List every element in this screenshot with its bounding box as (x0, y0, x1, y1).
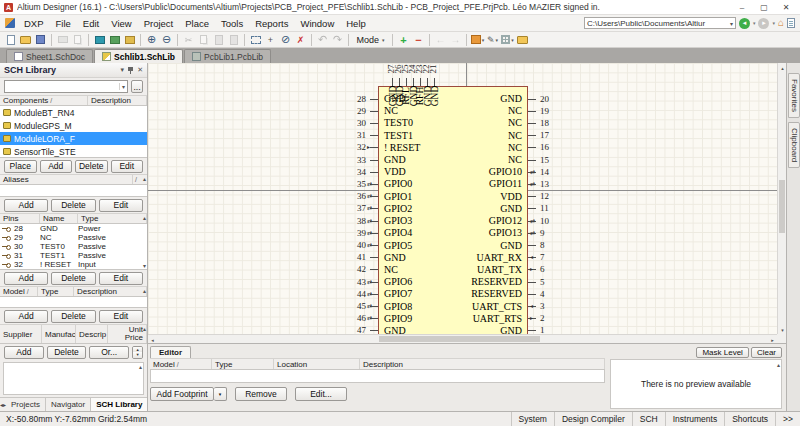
status-button-shortcuts[interactable]: Shortcuts (724, 412, 775, 426)
supplier-header[interactable]: Supplier Manufactu Descrip/ Unit Price ▴ (0, 324, 147, 344)
pin-number[interactable]: 31 (338, 130, 366, 140)
remove-mode-icon[interactable]: − (412, 33, 426, 46)
maximize-button[interactable]: ▢ (754, 3, 774, 12)
pin-stub[interactable] (528, 99, 536, 100)
panel-tab-projects[interactable]: Projects (6, 398, 46, 411)
clear-filter-icon[interactable]: ✗ (294, 33, 308, 46)
pin-stub[interactable] (370, 257, 378, 258)
pin-number[interactable]: 37 (338, 203, 366, 213)
pin-edit-button[interactable]: Edit (99, 272, 143, 285)
pin-stub[interactable] (370, 135, 378, 136)
pin-name[interactable]: VDD (408, 191, 522, 202)
component-place-button[interactable]: Place (4, 160, 37, 173)
pin-number[interactable]: 6 (540, 264, 545, 274)
scroll-up-icon[interactable]: ▴ (143, 214, 146, 221)
order-quantity-stepper[interactable]: ▴▾ (132, 346, 143, 359)
model-list[interactable] (0, 297, 147, 308)
pin-name[interactable]: GND (430, 86, 440, 107)
document-tab-pcblib1.pcblib[interactable]: PcbLib1.PcbLib (184, 49, 271, 63)
close-button[interactable]: ✕ (776, 3, 796, 12)
footprint-table-header[interactable]: Model/ Type Location Description (150, 358, 605, 370)
pin-name[interactable]: GND (408, 203, 522, 214)
pin-number[interactable]: 20 (540, 94, 549, 104)
library-search-combo[interactable]: ▾ (4, 80, 128, 93)
pin-number[interactable]: 41 (338, 252, 366, 262)
chevron-down-icon[interactable]: ▾ (730, 20, 733, 27)
aliases-header[interactable]: Aliases / ▴ (0, 174, 147, 185)
chevron-down-icon[interactable]: ▾ (119, 83, 127, 90)
supplier-add-button[interactable]: Add (4, 346, 44, 359)
status-button-instruments[interactable]: Instruments (665, 412, 724, 426)
alias-add-button[interactable]: Add (4, 199, 48, 212)
pin-name[interactable]: NC (408, 130, 522, 141)
menu-item-help[interactable]: Help (340, 16, 372, 31)
grid-icon[interactable]: ▾ (501, 33, 515, 46)
menu-item-edit[interactable]: Edit (77, 16, 105, 31)
menu-item-reports[interactable]: Reports (249, 16, 294, 31)
menu-item-view[interactable]: View (105, 16, 137, 31)
pin-number[interactable]: 19 (540, 106, 549, 116)
pin-stub[interactable] (528, 294, 536, 295)
zoom-out-icon[interactable]: ⊖ (160, 33, 174, 46)
chevron-down-icon[interactable]: ▾ (753, 20, 756, 26)
pin-stub[interactable] (406, 78, 407, 86)
browse-button[interactable]: ... (131, 80, 143, 93)
pin-number[interactable]: 30 (338, 118, 366, 128)
deselect-icon[interactable]: ⊘ (279, 33, 293, 46)
schematic-canvas[interactable]: 28GND29NC30TEST031TEST132! RESET▸33GND34… (148, 63, 786, 343)
pin-stub[interactable] (528, 208, 536, 209)
scroll-up-icon[interactable]: ▴ (143, 175, 146, 182)
component-list-item[interactable]: ModuleGPS_M (0, 119, 147, 132)
pin-name[interactable]: NC (384, 105, 398, 116)
status-button-sch[interactable]: SCH (632, 412, 665, 426)
chevron-down-icon[interactable]: ▾ (214, 387, 227, 401)
pins-header[interactable]: Pins Name Type ▴ (0, 213, 147, 224)
status-button-system[interactable]: System (511, 412, 554, 426)
pin-stub[interactable] (528, 196, 536, 197)
aliases-list[interactable] (0, 185, 147, 197)
menu-item-project[interactable]: Project (138, 16, 180, 31)
pin-name[interactable]: NC (384, 264, 398, 275)
pin-table-row[interactable]: 32! RESETInput (0, 260, 147, 269)
pin-name[interactable]: VDD (384, 166, 406, 177)
annotate-icon[interactable]: ✎▾ (486, 33, 500, 46)
model-delete-button[interactable]: Delete (51, 310, 95, 323)
pin-number[interactable]: 2 (540, 313, 545, 323)
pin-number[interactable]: 29 (338, 106, 366, 116)
pin-stub[interactable] (528, 330, 536, 331)
scroll-up-icon[interactable]: ▴ (777, 361, 780, 368)
pin-stub[interactable] (370, 172, 378, 173)
pin-name[interactable]: NC (408, 142, 522, 153)
pin-stub[interactable] (370, 111, 378, 112)
side-tab-favorites[interactable]: Favorites (788, 73, 800, 118)
editor-tab[interactable]: Editor (150, 346, 191, 358)
menu-item-file[interactable]: File (50, 16, 77, 31)
supplier-list[interactable]: ▴ (3, 362, 144, 395)
pin-delete-button[interactable]: Delete (51, 272, 95, 285)
supplier-delete-button[interactable]: Delete (47, 346, 87, 359)
component-list-item[interactable]: ModuleBT_RN4 (0, 106, 147, 119)
pin-number[interactable]: 45 (338, 301, 366, 311)
model-add-button[interactable]: Add (4, 310, 48, 323)
pin-number[interactable]: 12 (540, 191, 549, 201)
scroll-down-icon[interactable]: ▾ (143, 262, 146, 269)
add-footprint-button[interactable]: Add Footprint (150, 387, 214, 401)
pin-add-button[interactable]: Add (4, 272, 48, 285)
pin-number[interactable]: 36 (338, 191, 366, 201)
scroll-up-icon[interactable]: ▴ (139, 363, 142, 370)
pin-table-row[interactable]: 28GNDPower (0, 224, 147, 233)
pin-name[interactable]: UART_CTS (408, 301, 522, 312)
save-icon[interactable] (34, 33, 48, 46)
pin-number[interactable]: 13 (540, 179, 549, 189)
scroll-up-icon[interactable]: ▴ (143, 325, 146, 332)
pin-name[interactable]: UART_RTS (408, 313, 522, 324)
status-button-designcompiler[interactable]: Design Compiler (554, 412, 632, 426)
zoom-in-icon[interactable]: ⊕ (145, 33, 159, 46)
pin-number[interactable]: 7 (540, 252, 545, 262)
nav-back-icon[interactable]: ◂ (739, 18, 750, 29)
pin-stub[interactable] (370, 147, 378, 148)
pin-number[interactable]: 42 (338, 264, 366, 274)
pin-name[interactable]: GND (384, 154, 406, 165)
pin-number[interactable]: 17 (540, 130, 549, 140)
pin-name[interactable]: GND (384, 252, 406, 263)
